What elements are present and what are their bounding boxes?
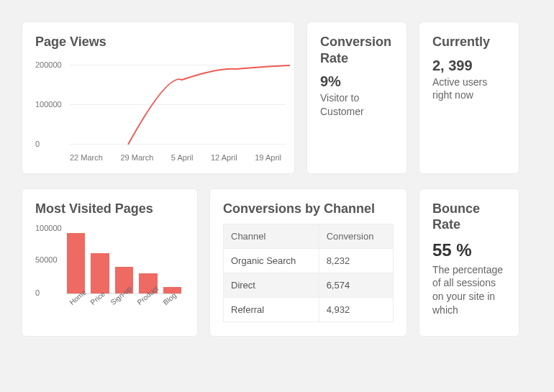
conversion-rate-title: Conversion Rate [320,34,394,66]
bar-chart-plot [67,227,181,294]
conversion-rate-value: 9% [320,73,394,90]
ytick-label: 0 [35,140,40,148]
card-page-views: Page Views 200000 100000 0 [22,22,295,174]
line-chart-xlabels: 22 March 29 March 5 April 12 April 19 Ap… [70,153,281,162]
card-most-visited: Most Visited Pages 100000 50000 0 Home P… [22,188,198,337]
line-chart-svg [74,62,290,145]
ytick-label: 200000 [35,60,62,69]
xtick-label: 5 April [171,153,194,162]
most-visited-chart: 100000 50000 0 Home Price Sign-up Produc… [35,224,184,324]
cell-conversion: 8,232 [319,249,393,273]
conversions-by-channel-title: Conversions by Channel [223,201,394,217]
ytick-label: 100000 [35,100,62,109]
bounce-rate-value: 55 % [432,240,506,260]
card-currently: Currently 2, 399 Active users right now [419,22,519,174]
bar-home [67,233,85,293]
bar-price [91,253,109,293]
table-row: Direct 6,574 [224,273,394,298]
bounce-rate-sub: The percentage of all sessions on your s… [432,263,506,318]
cell-conversion: 4,932 [319,298,393,322]
xtick-label: 29 March [120,153,153,162]
card-conversions-by-channel: Conversions by Channel Channel Conversio… [209,188,407,337]
most-visited-title: Most Visited Pages [35,201,184,217]
card-bounce-rate: Bounce Rate 55 % The percentage of all s… [419,188,519,337]
bar-chart-xlabels: Home Price Sign-up Product Blog [67,296,181,324]
card-conversion-rate: Conversion Rate 9% Visitor to Customer [306,22,407,174]
row-1: Page Views 200000 100000 0 [22,22,532,174]
currently-title: Currently [432,34,506,50]
xtick-label: 12 April [211,153,237,162]
ytick-label: 0 [35,288,40,297]
cell-conversion: 6,574 [319,273,393,298]
ytick-label: 50000 [35,255,58,264]
currently-sub: Active users right now [432,76,506,103]
xtick-label: 19 April [255,153,281,162]
cell-channel: Referral [224,298,319,322]
cell-channel: Organic Search [224,249,319,273]
th-conversion: Conversion [319,224,393,249]
table-row: Organic Search 8,232 [224,249,394,273]
dashboard: Page Views 200000 100000 0 [0,0,554,337]
bounce-rate-title: Bounce Rate [432,201,506,233]
table-row: Referral 4,932 [224,298,394,322]
th-channel: Channel [224,224,319,249]
page-views-title: Page Views [35,34,281,50]
conversion-rate-sub: Visitor to Customer [320,91,394,119]
table-header-row: Channel Conversion [224,224,394,249]
ytick-label: 100000 [35,224,62,232]
currently-value: 2, 399 [432,58,506,74]
line-series [128,65,290,145]
conversions-table: Channel Conversion Organic Search 8,232 … [223,224,394,322]
row-2: Most Visited Pages 100000 50000 0 Home P… [22,188,532,337]
page-views-chart: 200000 100000 0 22 March 29 March 5 [35,58,281,162]
cell-channel: Direct [224,273,319,298]
xtick-label: 22 March [70,153,103,162]
